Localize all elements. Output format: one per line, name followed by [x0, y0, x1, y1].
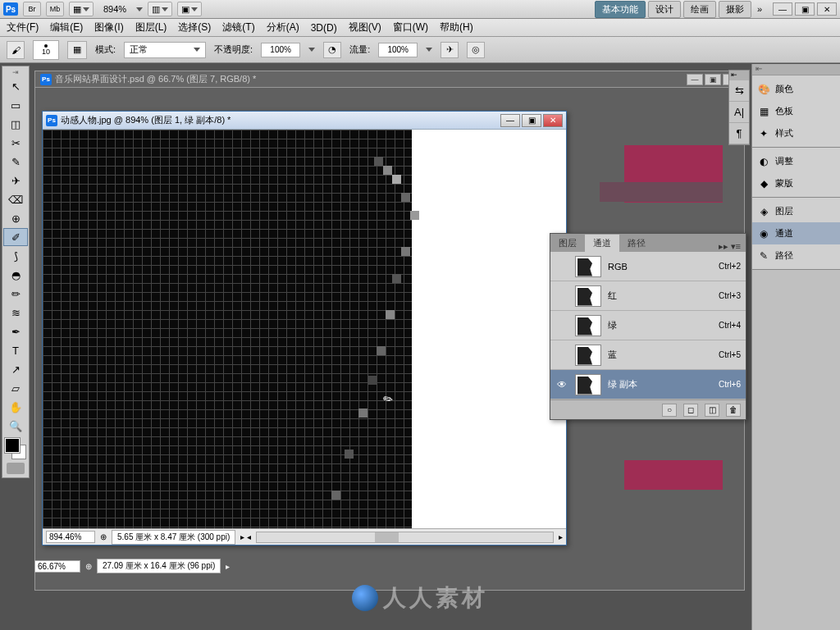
- opacity-pressure-toggle[interactable]: ◔: [323, 42, 341, 58]
- channel-row[interactable]: RGB Ctrl+2: [550, 252, 746, 281]
- dock-expand[interactable]: ⇤: [752, 64, 840, 75]
- workspace-tab-essentials[interactable]: 基本功能: [595, 1, 646, 18]
- workspace-tab-photography[interactable]: 摄影: [719, 1, 751, 18]
- inner-hscroll[interactable]: [256, 532, 554, 543]
- channel-row[interactable]: 👁 绿 副本 Ctrl+6: [550, 370, 746, 399]
- menu-image[interactable]: 图像(I): [94, 21, 123, 34]
- menu-help[interactable]: 帮助(H): [440, 21, 473, 34]
- flow-input[interactable]: 100%: [378, 43, 418, 57]
- tool-18[interactable]: 🔍: [3, 417, 28, 435]
- outer-zoom-input[interactable]: 66.67%: [34, 560, 80, 573]
- inner-doc-close[interactable]: ✕: [543, 114, 563, 127]
- zoom-dropdown-icon[interactable]: [136, 7, 143, 11]
- panel-shortcut-色板[interactable]: ▦色板: [752, 100, 840, 122]
- inner-zoom-input[interactable]: 894.46%: [46, 531, 95, 543]
- tool-4[interactable]: ✎: [3, 153, 28, 171]
- outer-document-titlebar[interactable]: Ps 音乐网站界面设计.psd @ 66.7% (图层 7, RGB/8) * …: [34, 71, 745, 87]
- tool-14[interactable]: T: [3, 341, 28, 359]
- panel-tab-paths[interactable]: 路径: [619, 235, 654, 252]
- menu-view[interactable]: 视图(V): [349, 21, 381, 34]
- menu-filter[interactable]: 滤镜(T): [222, 21, 254, 34]
- minimize-button[interactable]: —: [773, 2, 792, 16]
- channel-row[interactable]: 红 Ctrl+3: [550, 281, 746, 311]
- workspace-tab-painting[interactable]: 绘画: [683, 1, 716, 18]
- tool-8[interactable]: ✐: [3, 228, 28, 246]
- menu-edit[interactable]: 编辑(E): [50, 21, 83, 34]
- tool-3[interactable]: ✂: [3, 134, 28, 152]
- tool-0[interactable]: ↖: [3, 77, 28, 95]
- channel-row[interactable]: 蓝 Ctrl+5: [550, 340, 746, 370]
- menu-3d[interactable]: 3D(D): [311, 22, 337, 34]
- menu-window[interactable]: 窗口(W): [393, 21, 428, 34]
- tool-preset-picker[interactable]: 🖌: [7, 41, 25, 59]
- minibridge-button[interactable]: Mb: [46, 2, 64, 16]
- panel-tab-layers[interactable]: 图层: [550, 235, 585, 252]
- tool-12[interactable]: ≋: [3, 304, 28, 322]
- paragraph-icon[interactable]: ¶: [729, 123, 749, 144]
- inner-doc-maximize[interactable]: ▣: [522, 114, 541, 127]
- workspace-more[interactable]: »: [754, 4, 765, 14]
- panel-shortcut-颜色[interactable]: 🎨颜色: [752, 78, 840, 100]
- outer-doc-minimize[interactable]: —: [687, 74, 703, 85]
- tool-1[interactable]: ▭: [3, 96, 28, 114]
- channel-name: RGB: [608, 262, 712, 272]
- delete-channel-button[interactable]: 🗑: [726, 404, 741, 417]
- tool-10[interactable]: ◓: [3, 266, 28, 284]
- tool-17[interactable]: ✋: [3, 398, 28, 416]
- tablet-pressure-toggle[interactable]: ◎: [467, 42, 485, 58]
- flow-dropdown-icon[interactable]: [426, 48, 432, 52]
- arrange-dropdown[interactable]: ▥: [148, 2, 172, 16]
- menu-layer[interactable]: 图层(L): [135, 21, 167, 34]
- load-selection-button[interactable]: ○: [662, 404, 677, 417]
- history-icon[interactable]: ⇆: [729, 80, 749, 102]
- opacity-input[interactable]: 100%: [261, 43, 300, 57]
- tool-7[interactable]: ⊕: [3, 209, 28, 227]
- outer-doc-maximize[interactable]: ▣: [705, 74, 721, 85]
- panel-shortcut-通道[interactable]: ◉通道: [752, 222, 840, 244]
- tool-13[interactable]: ✒: [3, 322, 28, 340]
- menu-analysis[interactable]: 分析(A): [267, 21, 299, 34]
- tool-9[interactable]: ⟆: [3, 247, 28, 265]
- tool-15[interactable]: ↗: [3, 360, 28, 378]
- menu-select[interactable]: 选择(S): [178, 21, 211, 34]
- inner-canvas[interactable]: ✎: [43, 130, 566, 528]
- panel-tab-channels[interactable]: 通道: [585, 235, 619, 252]
- blend-mode-select[interactable]: 正常: [124, 42, 206, 58]
- panel-shortcut-图层[interactable]: ◈图层: [752, 200, 840, 222]
- workspace-tab-design[interactable]: 设计: [648, 1, 681, 18]
- color-swatches[interactable]: [5, 438, 26, 459]
- screen-mode-dropdown[interactable]: ▣: [177, 2, 202, 16]
- visibility-toggle[interactable]: 👁: [555, 379, 568, 390]
- panel-label: 图层: [775, 205, 793, 217]
- brush-panel-toggle[interactable]: ▦: [67, 41, 87, 59]
- panel-menu-button[interactable]: ▸▸ ▾≡: [714, 241, 746, 252]
- toolbox-collapse[interactable]: ⇥: [2, 68, 29, 76]
- status-arrow-icon[interactable]: ⊕: [100, 532, 107, 541]
- inner-document-titlebar[interactable]: Ps 动感人物.jpg @ 894% (图层 1, 绿 副本/8) * — ▣ …: [43, 112, 566, 130]
- view-extras-dropdown[interactable]: ▦: [69, 2, 94, 16]
- panel-shortcut-路径[interactable]: ✎路径: [752, 244, 840, 267]
- inner-doc-minimize[interactable]: —: [500, 114, 520, 127]
- tool-16[interactable]: ▱: [3, 379, 28, 397]
- panel-shortcut-调整[interactable]: ◐调整: [752, 150, 840, 172]
- menu-file[interactable]: 文件(F): [7, 21, 39, 34]
- panel-shortcut-蒙版[interactable]: ◆蒙版: [752, 172, 840, 194]
- bridge-button[interactable]: Br: [23, 2, 41, 16]
- channel-row[interactable]: 绿 Ctrl+4: [550, 311, 746, 340]
- tool-11[interactable]: ✏: [3, 285, 28, 303]
- opacity-dropdown-icon[interactable]: [308, 48, 315, 52]
- character-icon[interactable]: A|: [729, 102, 749, 123]
- zoom-level[interactable]: 894%: [98, 4, 131, 14]
- maximize-button[interactable]: ▣: [795, 2, 815, 16]
- brush-preset-picker[interactable]: 10: [33, 40, 59, 60]
- save-selection-button[interactable]: ◻: [683, 404, 698, 417]
- new-channel-button[interactable]: ◫: [705, 404, 719, 417]
- tool-5[interactable]: ✈: [3, 171, 28, 189]
- panel-shortcut-样式[interactable]: ✦样式: [752, 122, 840, 144]
- tool-2[interactable]: ◫: [3, 115, 28, 133]
- airbrush-toggle[interactable]: ✈: [441, 42, 459, 58]
- close-button[interactable]: ✕: [817, 2, 837, 16]
- tool-6[interactable]: ⌫: [3, 190, 28, 208]
- strip-expand[interactable]: ⇤: [729, 71, 749, 80]
- quickmask-toggle[interactable]: [7, 463, 25, 474]
